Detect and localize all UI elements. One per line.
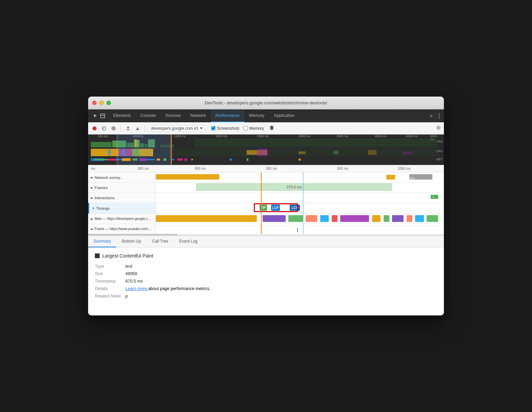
learn-more-link[interactable]: Learn more — [125, 286, 148, 291]
svg-rect-0 — [101, 114, 105, 118]
svg-rect-48 — [247, 158, 248, 161]
url-selector[interactable]: developers.google.com #1 — [148, 125, 205, 132]
main-bar-red — [332, 215, 337, 222]
expand-main-icon[interactable]: ▶ — [91, 217, 93, 221]
expand-frames-icon[interactable]: ▶ — [91, 186, 93, 189]
devtools-window: DevTools - developers.google.com/web/too… — [88, 97, 444, 315]
network-bar-small-1 — [386, 175, 395, 180]
tab-performance[interactable]: Performance — [211, 109, 245, 122]
svg-point-7 — [438, 127, 439, 128]
frames-content: 279.6 ms — [156, 183, 444, 192]
main-bar-green2 — [384, 215, 389, 222]
upload-button[interactable] — [124, 125, 132, 132]
zoom-tick-900: 900 ms — [266, 167, 277, 170]
main-bar-blue — [320, 215, 329, 222]
expand-network-icon[interactable]: ▶ — [91, 176, 93, 179]
svg-rect-1 — [101, 115, 105, 116]
orange-marker-frame — [261, 224, 262, 234]
type-value: text — [125, 264, 132, 269]
close-button[interactable] — [92, 101, 97, 105]
lcp-chip-1: LCP — [271, 205, 280, 211]
lcp-chip-2[interactable]: LCP — [290, 205, 300, 211]
cursor-icon[interactable] — [92, 113, 98, 119]
tab-summary[interactable]: Summary — [88, 236, 116, 247]
expand-interactions-icon[interactable]: ▶ — [91, 196, 93, 200]
url-value: developers.google.com #1 — [151, 126, 199, 131]
tab-network[interactable]: Network — [186, 109, 211, 122]
minimize-button[interactable] — [99, 101, 104, 105]
tab-list: Elements Console Sources Network Perform… — [108, 109, 427, 122]
fullscreen-button[interactable] — [106, 101, 111, 105]
fps-label: FPS — [436, 140, 443, 143]
download-button[interactable] — [134, 125, 141, 132]
record-button[interactable] — [91, 125, 98, 132]
frames-label[interactable]: ▶ Frames — [88, 183, 156, 192]
tab-calltree[interactable]: Call Tree — [147, 236, 174, 247]
svg-point-2 — [439, 114, 440, 115]
expand-frame-icon[interactable]: ▶ — [91, 227, 93, 231]
timeline-overview[interactable]: 500 ms 1000ms 1500 ms 2000 ms 2500 ms 30… — [88, 135, 444, 165]
tick-4000: 4000 ms — [375, 135, 387, 138]
tab-console[interactable]: Console — [136, 109, 161, 122]
scrollbar-thumb-h[interactable] — [88, 234, 177, 235]
collapse-timings-icon[interactable]: ▼ — [92, 207, 95, 210]
tab-elements[interactable]: Elements — [108, 109, 136, 122]
svg-rect-44 — [178, 159, 183, 161]
main-bar-yellow — [156, 215, 257, 222]
svg-rect-27 — [108, 149, 110, 156]
clear-recordings-button[interactable] — [269, 125, 274, 132]
orange-marker — [171, 135, 172, 165]
network-survey-label[interactable]: ▶ Network survey... — [88, 172, 156, 182]
tab-application[interactable]: Application — [269, 109, 299, 122]
timings-row: ▼ Timings FP LCP LCP — [88, 203, 444, 214]
toolbar-checkboxes: Screenshots Memory — [211, 125, 274, 132]
devtools-tab-bar: Elements Console Sources Network Perform… — [88, 109, 444, 122]
timings-content: FP LCP LCP — [156, 203, 444, 213]
main-bar-green3 — [427, 215, 438, 222]
frame-marker — [297, 228, 298, 232]
summary-related-node-row: Related Node p — [95, 294, 437, 298]
blue-marker-interactions — [303, 193, 303, 203]
tab-sources[interactable]: Sources — [161, 109, 186, 122]
memory-toggle[interactable]: Memory — [243, 126, 264, 131]
tick-3500: 3500 ms — [337, 135, 349, 138]
tick-3000: 3000 ms — [299, 135, 310, 138]
timestamp-label: Timestamp — [95, 279, 125, 284]
screenshots-toggle[interactable]: Screenshots — [211, 126, 240, 131]
frame-label[interactable]: ▶ Frame — https://www.youtube.com/embed/… — [88, 224, 156, 234]
details-text: Learn more about page performance metric… — [125, 286, 210, 291]
reload-record-button[interactable] — [100, 125, 108, 132]
svg-rect-45 — [184, 158, 187, 161]
more-tabs-button[interactable]: » — [427, 109, 435, 122]
titlebar: DevTools - developers.google.com/web/too… — [88, 97, 444, 109]
svg-rect-31 — [368, 150, 377, 155]
tab-eventlog[interactable]: Event Log — [174, 236, 203, 247]
orange-marker-main — [261, 214, 262, 224]
main-thread-label[interactable]: ▶ Main — https://developers.google.com/w… — [88, 214, 156, 224]
tab-bottomup[interactable]: Bottom-Up — [116, 236, 146, 247]
tab-left-icons — [89, 109, 108, 122]
timeline-selection[interactable] — [117, 135, 171, 165]
related-node-label: Related Node — [95, 294, 125, 298]
blue-marker-timings — [303, 203, 303, 213]
network-survey-row: ▶ Network survey... g g... — [88, 172, 444, 183]
main-bar-yellow2 — [372, 215, 381, 222]
settings-button[interactable] — [436, 125, 441, 132]
svg-rect-17 — [195, 139, 437, 147]
interactions-content: A... — [156, 193, 444, 203]
orange-marker-detail — [261, 172, 262, 182]
interactions-row: ▶ Interactions A... — [88, 193, 444, 203]
devtools-menu-button[interactable] — [435, 109, 443, 122]
interactions-label[interactable]: ▶ Interactions — [88, 193, 156, 203]
svg-rect-29 — [299, 151, 305, 154]
zoom-tick-800: 800 ms — [138, 167, 149, 170]
window-title: DevTools - developers.google.com/web/too… — [205, 100, 327, 105]
dock-icon[interactable] — [100, 113, 106, 119]
main-bar-orange — [306, 215, 317, 222]
interaction-chip: A... — [431, 195, 438, 199]
timings-label[interactable]: ▼ Timings — [88, 203, 156, 213]
network-survey-content: g g... — [156, 172, 444, 182]
main-bar-purple3 — [392, 215, 404, 222]
tab-memory[interactable]: Memory — [244, 109, 269, 122]
clear-button[interactable] — [110, 125, 117, 132]
